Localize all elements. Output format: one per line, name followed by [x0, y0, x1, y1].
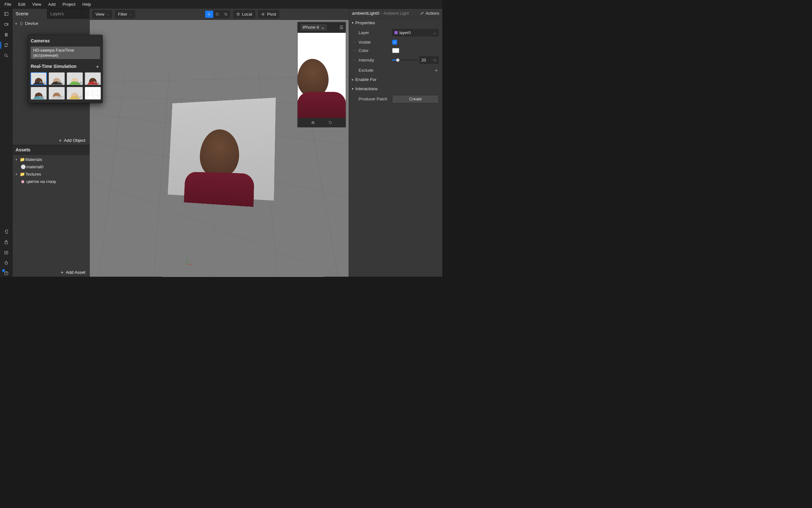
layer-dropdown[interactable]: layer0 ⌄ — [392, 29, 438, 36]
create-producer-button[interactable]: Create — [392, 95, 438, 103]
chevron-down-icon: ▾ — [15, 22, 18, 26]
chevron-down-icon: ⌄ — [106, 12, 109, 16]
prop-visible-row: → Visible ✓ — [349, 38, 443, 46]
percent-label: % — [433, 58, 437, 62]
chevron-down-icon: ▾ — [15, 158, 18, 162]
transform-tools — [205, 10, 230, 18]
preview-reset-button[interactable] — [327, 120, 334, 126]
axis-gizmo — [187, 257, 194, 264]
menu-project[interactable]: Project — [59, 0, 79, 8]
interactions-section-header[interactable]: ▾Interactions — [349, 84, 443, 93]
tab-scene[interactable]: Scene — [12, 9, 47, 19]
add-object-label: Add Object — [64, 138, 85, 143]
menu-add[interactable]: Add — [45, 0, 59, 8]
rail-share-icon[interactable] — [3, 239, 9, 246]
simulation-thumb[interactable]: 0:12 — [85, 72, 101, 85]
camera-option[interactable]: HD-камера FaceTime (встроенная) — [31, 46, 100, 59]
folder-icon: 📁 — [20, 172, 23, 177]
rail-pause-icon[interactable] — [3, 31, 9, 38]
properties-section-header[interactable]: ▾Properties — [349, 18, 443, 28]
left-panel-tabs: Scene Layers — [12, 9, 90, 19]
prop-color-label: Color — [359, 48, 390, 53]
rail-help-icon[interactable] — [3, 270, 9, 277]
pivot-toggle[interactable]: Pivot — [258, 10, 279, 18]
inspector-object-name: ambientLight0 — [352, 11, 379, 15]
prop-intensity-label: Intensity — [359, 58, 390, 62]
add-simulation-button[interactable]: ＋ — [95, 63, 100, 70]
chevron-down-icon: ⌄ — [129, 12, 132, 16]
simulation-thumb[interactable] — [85, 87, 101, 99]
simulation-thumb[interactable]: 0:10 — [67, 87, 83, 99]
assets-texture0[interactable]: 🌸 цветок на глазу — [12, 178, 90, 185]
menu-help[interactable]: Help — [79, 0, 94, 8]
rail-device-icon[interactable] — [3, 228, 9, 235]
pivot-toggle-label: Pivot — [267, 12, 276, 16]
arrow-icon: → — [353, 40, 356, 44]
chevron-down-icon: ▾ — [352, 21, 353, 25]
assets-material0-label: material0 — [27, 164, 44, 169]
left-rail — [0, 9, 12, 277]
rail-refresh-icon[interactable] — [3, 42, 9, 49]
svg-rect-14 — [312, 122, 314, 124]
visible-checkbox[interactable]: ✓ — [392, 40, 397, 45]
assets-materials-label: Materials — [26, 157, 42, 162]
rail-layout-icon[interactable] — [3, 10, 9, 17]
rts-heading: Real-Time Simulation — [31, 64, 77, 69]
view-dropdown[interactable]: View⌄ — [92, 10, 112, 18]
color-swatch[interactable] — [392, 48, 399, 53]
local-toggle[interactable]: Local — [233, 10, 255, 18]
assets-material0[interactable]: ⚪ material0 — [12, 164, 90, 170]
filter-dropdown[interactable]: Filter⌄ — [115, 10, 135, 18]
intensity-value: 20 — [421, 58, 426, 62]
preview-capture-button[interactable] — [309, 120, 317, 126]
arrow-icon: → — [353, 58, 356, 62]
assets-materials-folder[interactable]: ▾ 📁 Materials — [12, 156, 90, 163]
preview-image — [297, 33, 345, 118]
prop-exclude-row: Exclude ＋ — [349, 65, 443, 75]
inspector-actions-button[interactable]: Actions — [420, 11, 439, 15]
tree-device-row[interactable]: ▾ Device — [12, 20, 90, 27]
menu-edit[interactable]: Edit — [15, 0, 28, 8]
tree-device-label: Device — [25, 21, 38, 26]
menu-view[interactable]: View — [29, 0, 45, 8]
left-panel: Scene Layers ▾ Device ＋ Add Object Asset… — [12, 9, 90, 277]
assets-texture0-label: цветок на глазу — [27, 179, 56, 184]
assets-textures-folder[interactable]: ▾ 📁 Textures — [12, 171, 90, 177]
rail-bug-icon[interactable] — [3, 259, 9, 266]
enable-for-section-header[interactable]: ▸Enable For — [349, 75, 443, 84]
device-preview: iPhone 8⌄ ☰ — [297, 22, 346, 127]
chevron-down-icon: ▾ — [15, 172, 18, 176]
scale-tool-button[interactable] — [222, 10, 230, 18]
tab-layers[interactable]: Layers — [47, 9, 82, 19]
prop-layer-row: Layer layer0 ⌄ — [349, 28, 443, 38]
assets-textures-label: Textures — [26, 172, 41, 177]
simulation-thumb[interactable]: 0:15 — [67, 72, 83, 85]
move-tool-button[interactable] — [205, 10, 213, 18]
prop-producer-row: Producer Patch Create — [349, 93, 443, 105]
rail-camera-icon[interactable] — [3, 21, 9, 28]
simulation-thumb[interactable]: 0:13 — [31, 72, 46, 85]
intensity-slider[interactable] — [392, 59, 418, 60]
menu-icon[interactable]: ☰ — [339, 25, 344, 30]
add-asset-button[interactable]: ＋ Add Asset — [12, 268, 90, 277]
simulation-thumb[interactable]: 0:11 — [49, 72, 65, 85]
chevron-down-icon: ⌄ — [433, 30, 436, 35]
chevron-right-icon: ▸ — [352, 78, 353, 82]
device-icon — [19, 22, 23, 26]
add-exclude-button[interactable]: ＋ — [434, 67, 438, 73]
inspector-object-type: - Ambient Light — [381, 11, 409, 15]
rail-save-icon[interactable] — [3, 249, 9, 256]
plus-icon: ＋ — [60, 269, 64, 275]
intensity-input[interactable]: 20% — [419, 56, 438, 64]
enable-for-section-label: Enable For — [355, 77, 377, 82]
viewport-toolbar: View⌄ Filter⌄ Local Pivot — [90, 9, 349, 20]
simulation-thumb[interactable]: 0:15 — [49, 87, 65, 99]
preview-device-dropdown[interactable]: iPhone 8⌄ — [300, 24, 327, 31]
scene-plane — [168, 97, 276, 201]
rotate-tool-button[interactable] — [213, 10, 222, 18]
simulation-thumb[interactable]: 0:12 — [31, 87, 46, 99]
svg-point-17 — [423, 13, 424, 13]
rail-search-icon[interactable] — [3, 52, 9, 59]
add-object-button[interactable]: ＋ Add Object — [12, 136, 90, 145]
menu-file[interactable]: File — [1, 0, 14, 8]
